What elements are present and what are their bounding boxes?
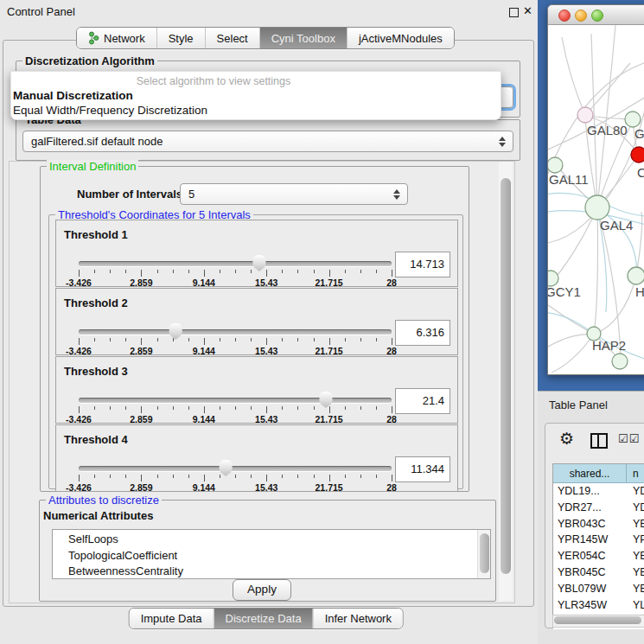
threshold-stack: Threshold 1 -3.4262.8599.14415.4321.7152… (55, 220, 458, 493)
column-header-name[interactable]: n (627, 464, 644, 483)
node-label: C (637, 165, 644, 180)
select-columns-icon[interactable]: ☑☑ (618, 432, 640, 445)
tab-label: Impute Data (141, 612, 202, 625)
threshold-value-field[interactable]: 21.4 (395, 388, 450, 414)
tab-label: Infer Network (325, 612, 392, 625)
network-node[interactable] (585, 195, 609, 220)
table-cell: YDR27... (553, 500, 626, 516)
attribute-list-item[interactable]: BetweennessCentrality (53, 564, 490, 579)
slider-track[interactable] (79, 261, 392, 266)
tab-infer-network[interactable]: Infer Network (313, 609, 403, 628)
table-cell: YPR145W (553, 532, 626, 548)
split-columns-icon[interactable] (590, 433, 608, 449)
slider-tick-labels: -3.4262.8599.14415.4321.71528 (79, 414, 392, 424)
gear-icon[interactable]: ⚙ (559, 429, 574, 449)
table-cell: YBL079W (553, 581, 626, 597)
threshold-slider[interactable]: -3.4262.8599.14415.4321.71528 (79, 323, 392, 353)
threshold-panel: Threshold 1 -3.4262.8599.14415.4321.7152… (55, 220, 458, 287)
close-icon[interactable]: ✕ (523, 4, 532, 17)
node-label: GAL11 (549, 172, 589, 187)
tab-label: jActiveMNodules (359, 32, 443, 45)
table-hscrollbar-track[interactable] (552, 615, 644, 628)
table-row[interactable]: YDR27...YDR2 (553, 500, 644, 516)
slider-track[interactable] (79, 398, 392, 403)
node-label: G. (634, 126, 644, 141)
algorithm-group-title: Discretization Algorithm (22, 54, 157, 67)
tab-label: Cyni Toolbox (271, 32, 335, 45)
tab-label: Discretize Data (226, 612, 302, 625)
table-row[interactable]: YDL19...YDL1 (553, 483, 644, 500)
slider-track[interactable] (79, 329, 392, 335)
node-label: GAL4 (600, 218, 633, 233)
network-node[interactable] (628, 267, 644, 284)
table-cell: YLR345W (553, 597, 626, 614)
apply-button[interactable]: Apply (233, 579, 291, 601)
table-row[interactable]: YBR045CYBR0 (553, 564, 644, 581)
node-label: H (635, 284, 644, 299)
zoom-traffic-light[interactable] (591, 10, 603, 22)
table-header-row: shared... n (553, 464, 644, 483)
table-toolbar: ⚙ ☑☑ (545, 424, 644, 458)
table-cell: YBR0 (626, 516, 644, 532)
table-row[interactable]: YER054CYER0 (553, 548, 644, 564)
table-row[interactable]: YLR345WYLR3 (553, 597, 644, 614)
network-node[interactable] (631, 147, 644, 163)
list-scrollbar-thumb[interactable] (480, 533, 489, 573)
float-window-icon[interactable] (509, 8, 519, 17)
control-panel-titlebar: Control Panel ✕ (0, 0, 538, 22)
number-of-intervals-spinner[interactable]: 5 (180, 183, 408, 205)
network-node[interactable] (612, 354, 628, 369)
list-scrollbar-track[interactable] (477, 530, 490, 578)
threshold-value-field[interactable]: 6.316 (395, 320, 450, 346)
tab-network[interactable]: Network (77, 28, 156, 48)
table-cell: YER0 (626, 548, 644, 564)
dropdown-prompt: Select algorithm to view settings (11, 72, 501, 88)
slider-tick-labels: -3.4262.8599.14415.4321.71528 (79, 346, 392, 356)
table-row[interactable]: YBR043CYBR0 (553, 516, 644, 532)
panel-scrollbar-thumb[interactable] (501, 178, 511, 574)
close-traffic-light[interactable] (558, 10, 571, 22)
slider-track[interactable] (79, 466, 392, 471)
minimize-traffic-light[interactable] (575, 10, 587, 22)
spinner-arrows-icon (393, 189, 400, 200)
node-label: GAL80 (587, 123, 628, 137)
tab-label: Style (169, 32, 194, 45)
threshold-slider[interactable]: -3.4262.8599.14415.4321.71528 (79, 255, 392, 284)
dropdown-option[interactable]: Equal Width/Frequency Discretization (11, 103, 501, 118)
threshold-value-field[interactable]: 11.344 (395, 456, 450, 482)
column-header-shared-name[interactable]: shared... (553, 464, 627, 483)
table-cell: YDL19... (553, 483, 626, 500)
network-icon (88, 31, 99, 45)
table-cell: YDR2 (626, 500, 644, 516)
table-row[interactable]: YBL079WYBL0 (553, 581, 644, 597)
threshold-value-field[interactable]: 14.713 (395, 252, 450, 277)
table-data-combobox[interactable]: galFiltered.sif default node (22, 131, 513, 152)
tab-impute-data[interactable]: Impute Data (130, 609, 214, 628)
tab-style[interactable]: Style (156, 28, 205, 48)
attribute-list-item[interactable]: TopologicalCoefficient (53, 548, 490, 564)
table-hscrollbar-thumb[interactable] (554, 616, 641, 624)
network-node[interactable] (577, 107, 593, 123)
table-row[interactable]: YPR145WYPR1 (553, 532, 644, 548)
threshold-panel: Threshold 4 -3.4262.8599.14415.4321.7152… (55, 424, 458, 492)
tab-select[interactable]: Select (205, 28, 259, 48)
tab-cyni-toolbox[interactable]: Cyni Toolbox (259, 28, 347, 48)
network-node[interactable] (548, 157, 563, 173)
tab-discretize-data[interactable]: Discretize Data (214, 609, 313, 628)
tab-label: Select (217, 32, 248, 45)
combo-arrows-icon (499, 137, 506, 147)
network-canvas[interactable]: GAL80G.GAL11CGAL4GCY1HHAP2 (548, 25, 644, 374)
threshold-slider[interactable]: -3.4262.8599.14415.4321.71528 (79, 392, 392, 421)
dropdown-option[interactable]: Manual Discretization (11, 88, 501, 103)
table-cell: YLR3 (626, 597, 644, 614)
slider-ticks (79, 270, 392, 277)
intervals-value: 5 (181, 188, 194, 201)
attribute-list-item[interactable]: SelfLoops (53, 532, 490, 548)
slider-tick-labels: -3.4262.8599.14415.4321.71528 (79, 482, 392, 493)
threshold-slider[interactable]: -3.4262.8599.14415.4321.71528 (79, 460, 392, 489)
tab-label: Network (104, 32, 145, 45)
tab-jactivemnodules[interactable]: jActiveMNodules (347, 28, 454, 48)
network-view-window: GAL80G.GAL11CGAL4GCY1HHAP2 (547, 4, 644, 375)
node-label: HAP2 (592, 338, 626, 353)
numerical-attributes-list[interactable]: SelfLoopsTopologicalCoefficientBetweenne… (52, 529, 491, 579)
